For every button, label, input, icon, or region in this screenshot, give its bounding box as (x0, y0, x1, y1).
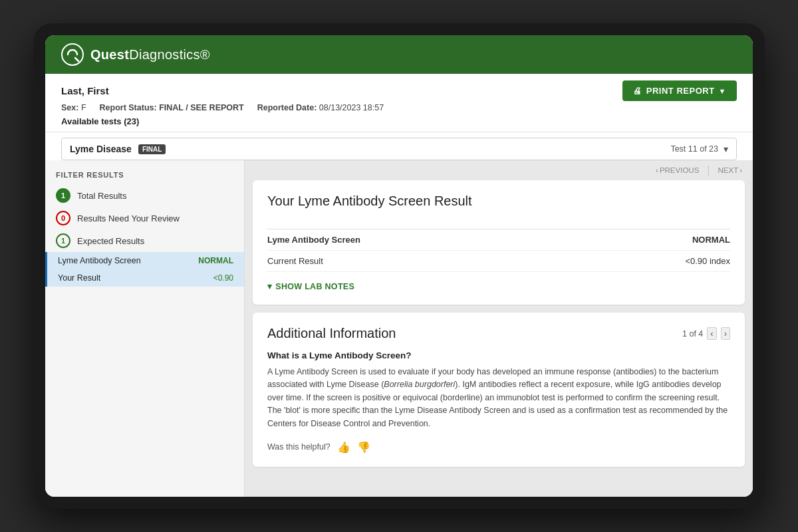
result-item-your-result[interactable]: Your Result <0.90 (45, 269, 244, 287)
info-card-header: Additional Information 1 of 4 ‹ › (267, 326, 730, 341)
test-selector-left: Lyme Disease FINAL (70, 144, 166, 154)
col-status (579, 221, 730, 229)
main-content: FILTER RESULTS 1 Total Results 0 Results… (45, 160, 753, 497)
print-report-button[interactable]: 🖨 PRINT REPORT ▼ (622, 80, 737, 101)
filter-needs-review[interactable]: 0 Results Need Your Review (45, 207, 244, 229)
next-button[interactable]: NEXT › (718, 166, 742, 174)
sidebar: FILTER RESULTS 1 Total Results 0 Results… (45, 160, 245, 497)
result-row-value: Current Result <0.90 index (267, 251, 730, 272)
your-result-value: <0.90 (213, 273, 233, 283)
report-status-field: Report Status: FINAL / SEE REPORT (100, 103, 244, 112)
previous-button[interactable]: ‹ PREVIOUS (656, 166, 699, 174)
available-tests: Available tests (23) (61, 116, 737, 126)
info-question: What is a Lyme Antibody Screen? (267, 350, 730, 360)
final-badge: FINAL (138, 144, 166, 154)
thumbs-up-button[interactable]: 👍 (337, 441, 350, 454)
current-result-value-cell: <0.90 index (579, 251, 730, 272)
test-counter: Test 11 of 23 ▾ (670, 144, 728, 154)
current-result-label-cell: Current Result (267, 251, 579, 272)
total-results-label: Total Results (77, 191, 126, 201)
thumbs-down-button[interactable]: 👎 (357, 441, 370, 454)
result-table: Lyme Antibody Screen NORMAL Current Resu… (267, 221, 730, 272)
info-card: Additional Information 1 of 4 ‹ › What i… (253, 313, 745, 467)
result-card-title: Your Lyme Antibody Screen Result (267, 194, 730, 209)
filter-expected-results[interactable]: 1 Expected Results (45, 229, 244, 252)
filter-total-results[interactable]: 1 Total Results (45, 184, 244, 207)
helpful-row: Was this helpful? 👍 👎 (267, 441, 730, 454)
helpful-label: Was this helpful? (267, 442, 331, 452)
result-item-lyme-antibody-screen[interactable]: Lyme Antibody Screen NORMAL (45, 252, 244, 269)
reported-date-field: Reported Date: 08/13/2023 18:57 (257, 103, 384, 112)
logo: QuestDiagnostics® (61, 43, 210, 66)
show-lab-notes-button[interactable]: ▾ SHOW LAB NOTES (267, 281, 730, 291)
patient-top-row: Last, First 🖨 PRINT REPORT ▼ (61, 80, 737, 101)
lyme-status-cell: NORMAL (579, 229, 730, 251)
pagination-next-button[interactable]: › (721, 327, 730, 340)
chevron-down-icon: ▾ (724, 144, 728, 154)
device-frame: QuestDiagnostics® Last, First 🖨 PRINT RE… (33, 23, 765, 509)
info-card-title: Additional Information (267, 326, 396, 341)
patient-bar: Last, First 🖨 PRINT REPORT ▼ Sex: F Repo… (45, 74, 753, 132)
test-selector-dropdown[interactable]: Lyme Disease FINAL Test 11 of 23 ▾ (61, 138, 737, 160)
info-pagination: 1 of 4 ‹ › (682, 327, 730, 340)
printer-icon: 🖨 (633, 86, 642, 96)
result-row-name: Lyme Antibody Screen NORMAL (267, 229, 730, 251)
sidebar-header: FILTER RESULTS (45, 160, 244, 184)
result-card: Your Lyme Antibody Screen Result Lym (253, 180, 745, 305)
needs-review-label: Results Need Your Review (77, 213, 180, 223)
sex-field: Sex: F (61, 103, 86, 112)
screen: QuestDiagnostics® Last, First 🖨 PRINT RE… (45, 35, 753, 497)
logo-text: QuestDiagnostics® (90, 47, 210, 63)
patient-meta: Sex: F Report Status: FINAL / SEE REPORT… (61, 103, 737, 112)
app-header: QuestDiagnostics® (45, 35, 753, 74)
lyme-antibody-screen-cell: Lyme Antibody Screen (267, 229, 579, 251)
your-result-name: Your Result (58, 273, 100, 283)
expected-results-label: Expected Results (77, 236, 144, 246)
result-name-lyme: Lyme Antibody Screen (58, 256, 141, 265)
result-status-lyme: NORMAL (198, 256, 233, 265)
nav-bar-top: ‹ PREVIOUS | NEXT › (245, 160, 753, 180)
patient-name: Last, First (61, 85, 109, 96)
quest-logo-icon (61, 43, 84, 66)
pagination-prev-button[interactable]: ‹ (707, 327, 716, 340)
right-panel: ‹ PREVIOUS | NEXT › Your Lyme Antibody S… (245, 160, 753, 497)
expected-results-badge: 1 (56, 233, 70, 248)
col-test-name (267, 221, 579, 229)
needs-review-badge: 0 (56, 211, 70, 225)
info-answer: A Lyme Antibody Screen is used to evalua… (267, 366, 730, 430)
chevron-down-icon-lab: ▾ (267, 281, 272, 291)
test-selector-bar: Lyme Disease FINAL Test 11 of 23 ▾ (45, 132, 753, 160)
total-results-badge: 1 (56, 188, 70, 203)
filter-title: FILTER RESULTS (56, 171, 124, 179)
svg-point-0 (62, 44, 83, 65)
test-name: Lyme Disease (70, 144, 132, 154)
